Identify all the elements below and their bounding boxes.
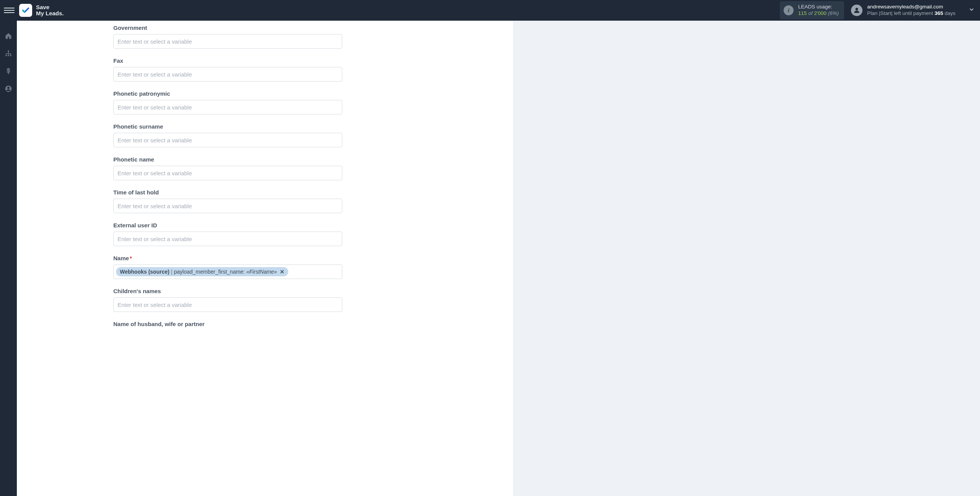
phonetic-patronymic-input[interactable] (113, 100, 342, 114)
phonetic-name-input[interactable] (113, 166, 342, 180)
leads-usage-text: LEADS usage: 115 of 2'000 (6%) (798, 4, 839, 17)
sidebar (0, 21, 17, 496)
chevron-down-icon[interactable] (969, 7, 975, 14)
field-label: Name* (113, 255, 342, 261)
required-indicator: * (130, 255, 132, 261)
sidebar-billing[interactable] (4, 67, 13, 76)
name-input[interactable]: Webhooks (source) | payload_member_first… (113, 264, 342, 279)
logo-icon (19, 4, 32, 17)
account-text: andrewsavemyleads@gmail.com Plan |Start|… (867, 4, 956, 17)
field-label: Phonetic name (113, 156, 342, 163)
time-last-hold-input[interactable] (113, 199, 342, 213)
field-label: Fax (113, 57, 342, 64)
form: Government Fax Phonetic patronymic Phone… (113, 24, 342, 327)
svg-rect-2 (6, 55, 7, 56)
field-fax: Fax (113, 57, 342, 82)
info-icon: i (784, 5, 794, 15)
menu-toggle-button[interactable] (4, 5, 15, 16)
field-label: Government (113, 24, 342, 31)
external-user-id-input[interactable] (113, 232, 342, 246)
token-remove-button[interactable]: ✕ (280, 269, 284, 275)
sidebar-connections[interactable] (4, 49, 13, 58)
field-label: Children's names (113, 288, 342, 294)
leads-usage-widget[interactable]: i LEADS usage: 115 of 2'000 (6%) (780, 1, 844, 20)
svg-point-0 (856, 8, 858, 10)
field-childrens-names: Children's names (113, 288, 342, 312)
phonetic-surname-input[interactable] (113, 133, 342, 147)
form-card: Government Fax Phonetic patronymic Phone… (17, 21, 513, 496)
field-phonetic-patronymic: Phonetic patronymic (113, 90, 342, 114)
account-menu[interactable]: andrewsavemyleads@gmail.com Plan |Start|… (851, 4, 975, 17)
logo[interactable]: Save My Leads. (19, 4, 64, 17)
sidebar-home[interactable] (4, 31, 13, 41)
field-label: Time of last hold (113, 189, 342, 196)
main-content: Government Fax Phonetic patronymic Phone… (17, 21, 980, 496)
field-label: Phonetic surname (113, 123, 342, 130)
field-phonetic-name: Phonetic name (113, 156, 342, 180)
svg-point-6 (7, 87, 10, 89)
field-partner-name: Name of husband, wife or partner (113, 321, 342, 327)
field-external-user-id: External user ID (113, 222, 342, 246)
field-label: External user ID (113, 222, 342, 228)
field-time-last-hold: Time of last hold (113, 189, 342, 213)
field-name: Name* Webhooks (source) | payload_member… (113, 255, 342, 279)
svg-rect-3 (8, 55, 9, 56)
variable-token[interactable]: Webhooks (source) | payload_member_first… (116, 267, 288, 276)
svg-rect-1 (8, 51, 9, 52)
field-phonetic-surname: Phonetic surname (113, 123, 342, 147)
field-government: Government (113, 24, 342, 49)
field-label: Name of husband, wife or partner (113, 321, 342, 327)
avatar-icon (851, 5, 862, 16)
field-label: Phonetic patronymic (113, 90, 342, 97)
svg-rect-4 (10, 55, 11, 56)
government-input[interactable] (113, 34, 342, 49)
topbar: Save My Leads. i LEADS usage: 115 of 2'0… (0, 0, 980, 21)
fax-input[interactable] (113, 67, 342, 82)
childrens-names-input[interactable] (113, 297, 342, 312)
logo-text: Save My Leads. (36, 4, 64, 17)
sidebar-profile[interactable] (4, 84, 13, 93)
